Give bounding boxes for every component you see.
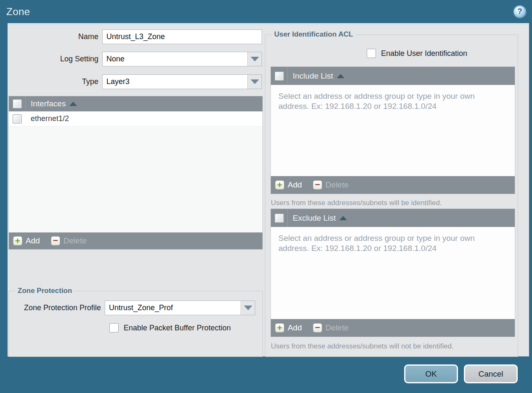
exclude-list-footer: + Add − Delete	[271, 319, 515, 337]
interfaces-table-body[interactable]	[9, 127, 262, 232]
sort-asc-icon	[339, 216, 347, 220]
sort-asc-icon	[69, 102, 77, 106]
exclude-list-body[interactable]: Select an address or address group or ty…	[271, 227, 515, 319]
name-row: Name	[8, 29, 262, 44]
enable-user-identification-checkbox[interactable]	[367, 49, 376, 58]
exclude-list-placeholder: Select an address or address group or ty…	[271, 227, 515, 254]
zone-protection-profile-value: Untrust_Zone_Prof	[105, 301, 241, 315]
interfaces-table-footer: + Add − Delete	[9, 232, 262, 249]
zone-protection-legend: Zone Protection	[15, 287, 75, 295]
packet-buffer-label: Enable Packet Buffer Protection	[124, 324, 231, 332]
include-add-label: Add	[288, 180, 302, 190]
log-setting-label: Log Setting	[8, 55, 102, 63]
zone-protection-profile-dropdown[interactable]: Untrust_Zone_Prof	[105, 301, 255, 315]
page-title: Zone	[6, 6, 30, 18]
exclude-list-header-label: Exclude List	[293, 214, 336, 223]
interfaces-select-all-checkbox[interactable]	[13, 99, 22, 108]
chevron-down-icon[interactable]	[247, 52, 262, 66]
select-all-cell	[271, 67, 288, 85]
log-setting-value: None	[103, 52, 247, 66]
minus-icon: −	[313, 323, 322, 332]
type-row: Type Layer3	[8, 74, 262, 89]
enable-user-identification-row: Enable User Identification	[367, 49, 467, 58]
chevron-down-icon[interactable]	[241, 301, 255, 315]
enable-user-identification-label: Enable User Identification	[381, 49, 467, 58]
plus-icon: +	[275, 180, 284, 190]
minus-glyph: −	[315, 180, 320, 189]
plus-icon: +	[275, 323, 284, 332]
minus-glyph: −	[53, 236, 58, 245]
plus-icon: +	[13, 236, 22, 245]
triangle-down-icon	[244, 306, 252, 310]
type-value: Layer3	[103, 75, 247, 89]
sort-asc-icon	[337, 74, 344, 78]
packet-buffer-row: Enable Packet Buffer Protection	[109, 323, 231, 332]
help-icon[interactable]: ?	[514, 6, 526, 18]
include-add-button[interactable]: + Add	[275, 180, 302, 190]
interface-name: ethernet1/2	[31, 114, 69, 123]
user-identification-acl-section: User Identification ACL Enable User Iden…	[265, 34, 518, 357]
name-label: Name	[8, 32, 102, 41]
name-input[interactable]	[102, 29, 262, 44]
minus-icon: −	[313, 180, 322, 190]
add-button-label: Add	[26, 236, 40, 245]
zone-dialog: Name Log Setting None Type Layer3 Interf…	[8, 23, 529, 356]
table-row[interactable]: ethernet1/2	[9, 111, 262, 127]
include-delete-button[interactable]: − Delete	[313, 180, 349, 190]
exclude-list-header-row: Exclude List	[271, 209, 515, 227]
ethernet-row-checkbox[interactable]	[13, 114, 22, 124]
chevron-down-icon[interactable]	[247, 75, 262, 89]
zone-protection-profile-row: Zone Protection Profile Untrust_Zone_Pro…	[9, 301, 255, 315]
include-list-footer: + Add − Delete	[271, 176, 515, 194]
select-all-cell	[9, 96, 26, 111]
interfaces-table-header: Interfaces	[9, 96, 262, 111]
include-list-caption: Users from these addresses/subnets will …	[271, 199, 442, 207]
delete-button[interactable]: − Delete	[51, 236, 87, 245]
minus-glyph: −	[315, 323, 320, 332]
plus-glyph: +	[277, 180, 282, 189]
zone-protection-profile-label: Zone Protection Profile	[9, 303, 105, 312]
interfaces-header-label: Interfaces	[31, 99, 66, 108]
include-delete-label: Delete	[326, 180, 349, 190]
exclude-list-column-header[interactable]: Exclude List	[293, 214, 347, 223]
minus-icon: −	[51, 236, 60, 245]
include-list-header-label: Include List	[293, 71, 333, 81]
include-list-header-row: Include List	[271, 67, 515, 85]
delete-button-label: Delete	[64, 236, 87, 245]
triangle-down-icon	[251, 79, 259, 84]
type-label: Type	[8, 77, 102, 86]
user-identification-acl-legend: User Identification ACL	[271, 30, 356, 39]
include-select-all-checkbox[interactable]	[275, 71, 284, 81]
interfaces-column-header[interactable]: Interfaces	[31, 99, 77, 108]
plus-glyph: +	[277, 323, 282, 332]
exclude-list-panel: Exclude List Select an address or addres…	[270, 208, 515, 337]
plus-glyph: +	[15, 236, 20, 245]
include-list-column-header[interactable]: Include List	[293, 71, 344, 81]
include-list-panel: Include List Select an address or addres…	[270, 66, 515, 194]
add-button[interactable]: + Add	[13, 236, 40, 245]
interfaces-table: Interfaces ethernet1/2 + Add − Delete	[8, 96, 263, 250]
exclude-add-button[interactable]: + Add	[275, 323, 302, 332]
packet-buffer-checkbox[interactable]	[109, 323, 119, 332]
row-checkbox-cell	[9, 111, 26, 126]
select-all-cell	[271, 209, 288, 227]
exclude-add-label: Add	[288, 323, 302, 332]
exclude-list-caption: Users from these addresses/subnets will …	[271, 342, 454, 351]
cancel-button[interactable]: Cancel	[464, 364, 518, 383]
include-list-body[interactable]: Select an address or address group or ty…	[271, 85, 515, 176]
exclude-select-all-checkbox[interactable]	[275, 214, 284, 223]
exclude-delete-button[interactable]: − Delete	[313, 323, 349, 332]
zone-protection-section: Zone Protection Zone Protection Profile …	[8, 291, 263, 357]
exclude-delete-label: Delete	[326, 323, 349, 332]
log-setting-dropdown[interactable]: None	[102, 52, 262, 66]
ok-button[interactable]: OK	[404, 364, 458, 383]
type-dropdown[interactable]: Layer3	[102, 74, 262, 89]
triangle-down-icon	[251, 57, 259, 61]
dialog-titlebar: Zone ?	[0, 0, 532, 23]
include-list-placeholder: Select an address or address group or ty…	[271, 85, 515, 112]
log-setting-row: Log Setting None	[8, 52, 262, 66]
